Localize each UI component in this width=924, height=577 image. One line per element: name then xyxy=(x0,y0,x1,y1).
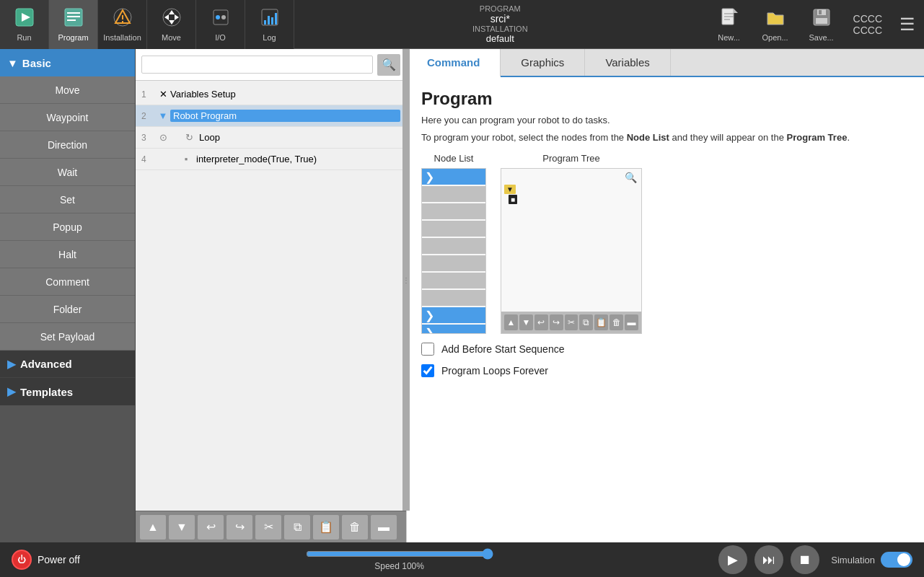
basic-section-header[interactable]: ▼ Basic xyxy=(0,49,135,76)
open-button[interactable]: Open... xyxy=(752,3,798,46)
search-input[interactable] xyxy=(141,56,373,74)
node-list-label: Node List xyxy=(434,153,474,164)
add-before-label[interactable]: Add Before Start Sequence xyxy=(441,343,564,355)
tab-variables[interactable]: Variables xyxy=(585,49,670,76)
step-button[interactable]: ⏭ xyxy=(754,545,783,574)
run-button[interactable]: Run xyxy=(0,0,49,49)
main-area: ▼ Basic Move Waypoint Direction Wait Set… xyxy=(0,49,924,542)
sidebar-item-folder[interactable]: Folder xyxy=(0,296,135,323)
tree-copy-button[interactable]: ⧉ xyxy=(284,515,310,539)
new-button[interactable]: New... xyxy=(706,3,752,46)
speed-label: Speed 100% xyxy=(374,561,424,571)
advanced-section-header[interactable]: ▶ Advanced xyxy=(0,351,135,378)
search-bar: 🔍 xyxy=(136,49,406,81)
move-item-label: Move xyxy=(55,84,79,96)
play-button[interactable]: ▶ xyxy=(718,545,747,574)
svg-marker-24 xyxy=(734,9,738,13)
templates-section-header[interactable]: ▶ Templates xyxy=(0,378,135,405)
search-button[interactable]: 🔍 xyxy=(377,54,400,76)
center-drag-handle[interactable]: ⋮ xyxy=(402,49,410,511)
advanced-arrow-icon: ▶ xyxy=(7,358,16,371)
stop-button[interactable]: ⏹ xyxy=(791,545,819,574)
simulation-label: Simulation xyxy=(831,555,875,565)
node-row-blue2: ❯ xyxy=(422,307,485,323)
run-label: Run xyxy=(17,33,31,42)
down-icon: ▼ xyxy=(176,521,188,534)
templates-arrow-icon: ▶ xyxy=(7,385,16,398)
ptree-more-btn[interactable]: ▬ xyxy=(625,314,638,330)
svg-rect-21 xyxy=(271,17,273,25)
popup-item-label: Popup xyxy=(53,221,82,233)
ptree-redo-btn[interactable]: ↪ xyxy=(550,314,563,330)
svg-rect-5 xyxy=(67,19,76,21)
loop-forever-checkbox[interactable] xyxy=(421,364,434,377)
graphics-tab-label: Graphics xyxy=(521,56,564,69)
right-content: Program Here you can program your robot … xyxy=(407,77,924,542)
move-label: Move xyxy=(162,33,181,42)
ptree-down-btn[interactable]: ▼ xyxy=(519,314,533,330)
ptree-cut-btn[interactable]: ✂ xyxy=(565,314,578,330)
io-button[interactable]: I/O xyxy=(196,0,245,49)
power-off-button[interactable]: ⏻ Power off xyxy=(12,550,80,570)
move-button[interactable]: Move xyxy=(147,0,196,49)
sidebar-item-set-payload[interactable]: Set Payload xyxy=(0,323,135,351)
tree-delete-button[interactable]: 🗑 xyxy=(342,515,368,539)
tree-up-button[interactable]: ▲ xyxy=(140,515,166,539)
node-row xyxy=(422,186,485,202)
ptree-copy-btn[interactable]: ⧉ xyxy=(579,314,593,330)
program-label: Program xyxy=(58,33,88,42)
installation-name: default xyxy=(486,33,514,44)
installation-label: Installation xyxy=(103,33,141,42)
speed-slider[interactable] xyxy=(306,548,493,560)
tree-row[interactable]: 4 ▪ interpreter_mode(True, True) xyxy=(136,149,406,170)
save-button[interactable]: Save... xyxy=(798,3,845,46)
tree-row[interactable]: 1 ✕ Variables Setup xyxy=(136,84,406,105)
sidebar-item-waypoint[interactable]: Waypoint xyxy=(0,104,135,131)
installation-button[interactable]: Installation xyxy=(98,0,147,49)
tree-cut-button[interactable]: ✂ xyxy=(255,515,281,539)
tab-graphics[interactable]: Graphics xyxy=(501,49,585,76)
top-toolbar: Run Program Installation Move I/O Log PR… xyxy=(0,0,924,49)
program-button[interactable]: Program xyxy=(49,0,98,49)
svg-rect-31 xyxy=(816,18,827,24)
basic-arrow-icon: ▼ xyxy=(7,57,18,69)
log-icon xyxy=(260,7,280,32)
sidebar-item-direction[interactable]: Direction xyxy=(0,131,135,159)
svg-rect-22 xyxy=(275,13,277,25)
variables-icon: ✕ xyxy=(156,89,170,100)
tree-undo-button[interactable]: ↩ xyxy=(198,515,224,539)
sidebar-item-move[interactable]: Move xyxy=(0,76,135,104)
sidebar-item-popup[interactable]: Popup xyxy=(0,213,135,241)
loop-icon: ⊙ xyxy=(156,132,170,143)
advanced-label: Advanced xyxy=(20,358,72,370)
sidebar-item-comment[interactable]: Comment xyxy=(0,268,135,296)
ptree-delete-btn[interactable]: 🗑 xyxy=(610,314,623,330)
tree-more-button[interactable]: ▬ xyxy=(371,515,397,539)
program-icon xyxy=(63,7,84,32)
program-name: srci* xyxy=(490,13,510,25)
ptree-paste-btn[interactable]: 📋 xyxy=(594,314,608,330)
node-row-blue: ❯ xyxy=(422,169,485,185)
program-tree-toolbar: ▲ ▼ ↩ ↪ ✂ ⧉ 📋 🗑 ▬ xyxy=(501,312,641,333)
sidebar-item-halt[interactable]: Halt xyxy=(0,241,135,268)
add-before-checkbox[interactable] xyxy=(421,343,434,356)
tree-redo-button[interactable]: ↪ xyxy=(226,515,252,539)
chevron-right-icon: ❯ xyxy=(425,309,434,322)
loop-forever-label[interactable]: Program Loops Forever xyxy=(441,365,548,376)
menu-button[interactable]: ☰ xyxy=(891,14,924,35)
node-row xyxy=(422,290,485,306)
log-button[interactable]: Log xyxy=(245,0,294,49)
sidebar-item-set[interactable]: Set xyxy=(0,186,135,213)
ptree-undo-btn[interactable]: ↩ xyxy=(534,314,548,330)
tree-paste-button[interactable]: 📋 xyxy=(313,515,339,539)
wait-item-label: Wait xyxy=(58,167,77,178)
paste-icon: 📋 xyxy=(319,520,333,534)
tree-row[interactable]: 2 ▼ Robot Program xyxy=(136,105,406,127)
ptree-up-btn[interactable]: ▲ xyxy=(504,314,518,330)
program-tree-list: 1 ✕ Variables Setup 2 ▼ Robot Program 3 … xyxy=(136,81,406,511)
tree-row[interactable]: 3 ⊙ ↻ Loop xyxy=(136,127,406,149)
tree-down-button[interactable]: ▼ xyxy=(169,515,195,539)
sidebar-item-wait[interactable]: Wait xyxy=(0,159,135,186)
simulation-toggle[interactable] xyxy=(881,552,912,568)
tab-command[interactable]: Command xyxy=(407,49,501,77)
